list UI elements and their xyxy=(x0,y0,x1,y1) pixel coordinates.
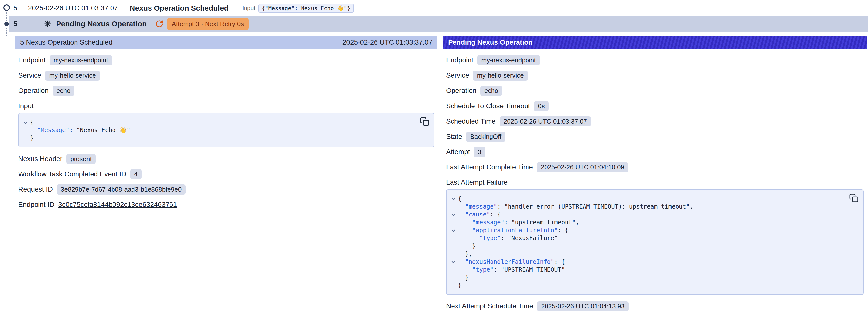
collapse-chevron-icon[interactable] xyxy=(451,212,455,216)
workflow-history-view: { "event_row": { "id": "5", "timestamp":… xyxy=(0,0,868,322)
code-token xyxy=(458,219,472,226)
field-scheduled-time: Scheduled Time 2025-02-26 UTC 01:03:37.0… xyxy=(446,117,864,126)
field-label: Endpoint xyxy=(18,56,45,64)
copy-icon xyxy=(420,117,429,126)
code-line: } xyxy=(448,274,846,282)
event-id-link[interactable]: 5 xyxy=(13,4,17,12)
field-label: Attempt xyxy=(446,148,470,156)
endpoint-id-link[interactable]: 3c0c75ccfa8144b092c13ce632463761 xyxy=(58,201,177,208)
code-token: { xyxy=(458,195,461,203)
code-token: "UPSTREAM_TIMEOUT" xyxy=(501,266,565,274)
scheduled-panel-title: 5 Nexus Operation Scheduled xyxy=(20,38,113,46)
code-line: } xyxy=(448,282,846,289)
code-line: "cause": { xyxy=(448,211,846,219)
field-value-badge: my-nexus-endpoint xyxy=(50,55,112,65)
code-token: "handler error (UPSTREAM_TIMEOUT): upstr… xyxy=(504,203,690,211)
scheduled-panel-header: 5 Nexus Operation Scheduled 2025-02-26 U… xyxy=(15,35,437,49)
refresh-icon xyxy=(155,20,163,28)
field-label: Operation xyxy=(446,87,476,95)
code-token: } xyxy=(458,274,469,282)
field-request-id: Request ID 3e829b7e-7d67-4b08-aad3-b1e86… xyxy=(18,185,434,194)
code-token xyxy=(458,234,479,242)
scheduled-event-panel: 5 Nexus Operation Scheduled 2025-02-26 U… xyxy=(15,35,437,215)
copy-button[interactable] xyxy=(849,193,859,203)
code-line: "nexusHandlerFailureInfo": { xyxy=(448,258,846,266)
timeline-edge-dash-icon xyxy=(1,1,1,8)
field-label: Operation xyxy=(18,87,49,95)
copy-button[interactable] xyxy=(420,117,429,126)
field-label: Scheduled Time xyxy=(446,117,496,125)
collapse-chevron-icon[interactable] xyxy=(451,259,455,263)
input-section-label: Input xyxy=(18,101,434,111)
code-line: "applicationFailureInfo": { xyxy=(448,226,846,234)
chevron-cell xyxy=(448,261,458,263)
field-operation: Operation echo xyxy=(18,86,434,96)
field-label: Request ID xyxy=(18,185,53,193)
code-line: }, xyxy=(448,250,846,258)
field-value-badge: 2025-02-26 UTC 01:04:13.93 xyxy=(537,301,628,312)
failure-json-viewer: { "message": "handler error (UPSTREAM_TI… xyxy=(446,189,864,295)
code-token xyxy=(30,126,37,134)
field-workflow-task-completed-event-id: Workflow Task Completed Event ID 4 xyxy=(18,169,434,179)
field-value-badge: my-nexus-endpoint xyxy=(477,55,540,65)
code-token: : xyxy=(501,234,508,242)
timeline-node-circle-icon[interactable] xyxy=(3,4,10,11)
field-label: Last Attempt Complete Time xyxy=(446,163,533,171)
field-next-attempt-schedule-time: Next Attempt Schedule Time 2025-02-26 UT… xyxy=(446,301,864,311)
code-token: "NexusFailure" xyxy=(508,234,558,242)
field-nexus-header: Nexus Header present xyxy=(18,154,434,164)
field-value-badge: 3e829b7e-7d67-4b08-aad3-b1e868bfe9e0 xyxy=(57,185,186,195)
code-token xyxy=(458,226,472,234)
collapse-chevron-icon[interactable] xyxy=(451,228,455,232)
code-token: "type" xyxy=(472,266,494,274)
field-endpoint: Endpoint my-nexus-endpoint xyxy=(446,55,864,65)
field-label: State xyxy=(446,133,462,140)
field-value-badge: BackingOff xyxy=(466,132,505,142)
code-line: { xyxy=(448,195,846,203)
code-token: : { xyxy=(558,226,568,234)
code-token: "message" xyxy=(472,219,504,226)
chevron-cell xyxy=(448,214,458,216)
field-value-badge: echo xyxy=(480,86,502,96)
code-line: } xyxy=(21,134,416,142)
code-token: "nexusHandlerFailureInfo" xyxy=(465,258,554,266)
scheduled-panel-timestamp: 2025-02-26 UTC 01:03:37.07 xyxy=(342,38,432,46)
last-attempt-failure-label: Last Attempt Failure xyxy=(446,178,864,187)
chevron-cell xyxy=(448,229,458,231)
code-token: "upstream timeout" xyxy=(512,219,576,226)
code-token: "Message" xyxy=(37,126,69,134)
collapse-chevron-icon[interactable] xyxy=(24,120,27,124)
history-event-row[interactable]: 5 2025-02-26 UTC 01:03:37.07 Nexus Opera… xyxy=(0,0,868,16)
field-value-badge: 2025-02-26 UTC 01:04:10.09 xyxy=(537,162,628,172)
timeline-node-dot-icon[interactable] xyxy=(4,22,9,26)
pending-operation-panel: Pending Nexus Operation Endpoint my-nexu… xyxy=(443,35,867,317)
field-state: State BackingOff xyxy=(446,132,864,141)
field-label: Service xyxy=(446,71,469,79)
field-value-badge: echo xyxy=(53,86,74,96)
field-value-badge: 2025-02-26 UTC 01:03:37.07 xyxy=(500,117,591,127)
code-token: : { xyxy=(554,258,565,266)
code-token: "type" xyxy=(479,234,501,242)
code-token: : xyxy=(494,266,501,274)
code-token: } xyxy=(30,134,34,142)
field-value-badge: 3 xyxy=(474,147,485,157)
code-token: : xyxy=(497,203,504,211)
collapse-chevron-icon[interactable] xyxy=(451,196,455,200)
pending-event-id-link[interactable]: 5 xyxy=(13,20,17,28)
timeline-dashed-line xyxy=(6,12,7,21)
code-token: "cause" xyxy=(465,211,490,219)
field-value-badge: 4 xyxy=(130,169,142,179)
event-detail-panels: 5 Nexus Operation Scheduled 2025-02-26 U… xyxy=(15,35,868,317)
field-value-badge: 0s xyxy=(534,101,549,111)
copy-icon xyxy=(849,193,859,203)
code-token: : { xyxy=(490,211,501,219)
field-value-badge: my-hello-service xyxy=(473,70,528,80)
code-token: }, xyxy=(458,250,472,258)
pending-panel-header: Pending Nexus Operation xyxy=(443,35,867,49)
code-token: } xyxy=(458,242,476,250)
pending-operation-row[interactable]: 5 Pending Nexus Operation Attempt 3 · Ne… xyxy=(9,16,868,32)
event-input-chip[interactable]: {"Message":"Nexus Echo 👋"} xyxy=(258,4,354,12)
code-token xyxy=(458,203,465,211)
chevron-cell xyxy=(21,122,30,123)
code-line: "type": "UPSTREAM_TIMEOUT" xyxy=(448,266,846,274)
